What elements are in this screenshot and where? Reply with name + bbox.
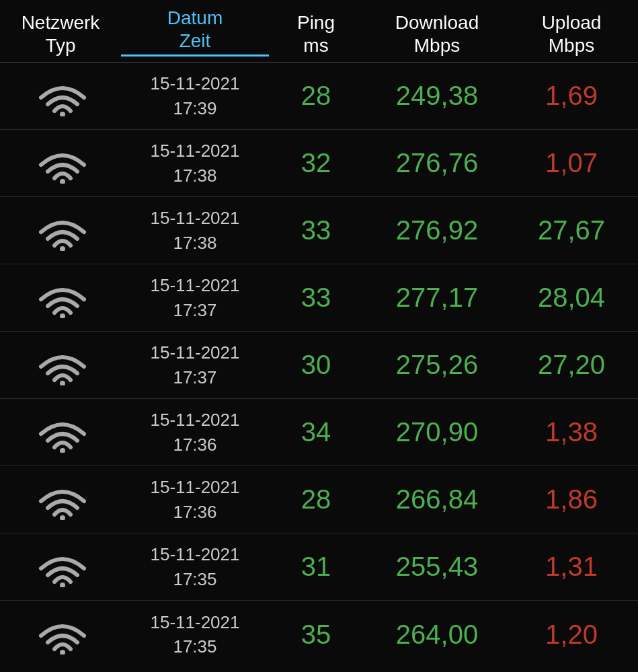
date-time: 15-11-202117:37 bbox=[121, 266, 269, 329]
date-time: 15-11-202117:35 bbox=[121, 603, 269, 666]
download-value: 255,43 bbox=[363, 545, 511, 589]
ping-value: 31 bbox=[269, 545, 363, 589]
upload-value: 27,67 bbox=[511, 209, 632, 252]
row-chevron[interactable]: › bbox=[632, 489, 638, 511]
ping-value: 34 bbox=[269, 410, 363, 454]
wifi-icon bbox=[0, 406, 121, 459]
date-time: 15-11-202117:35 bbox=[121, 535, 269, 598]
wifi-icon bbox=[0, 271, 121, 325]
download-value: 249,38 bbox=[363, 74, 511, 118]
row-chevron[interactable]: › bbox=[632, 220, 638, 241]
row-chevron[interactable]: › bbox=[632, 153, 638, 174]
upload-value: 1,38 bbox=[511, 410, 632, 454]
table-header: Netzwerk Typ Datum Zeit Ping ms Download… bbox=[0, 0, 638, 63]
download-value: 276,92 bbox=[363, 209, 511, 252]
ping-value: 28 bbox=[269, 478, 363, 521]
wifi-icon bbox=[0, 540, 121, 594]
header-upload: Upload Mbps bbox=[511, 11, 632, 57]
wifi-icon bbox=[0, 69, 121, 123]
date-time: 15-11-202117:38 bbox=[121, 132, 269, 194]
upload-value: 1,69 bbox=[511, 74, 632, 118]
table-row[interactable]: 15-11-202117:39 28 249,38 1,69 › bbox=[0, 63, 638, 130]
table-row[interactable]: 15-11-202117:38 32 276,76 1,07 › bbox=[0, 130, 638, 197]
header-download: Download Mbps bbox=[363, 11, 511, 57]
row-chevron[interactable]: › bbox=[632, 624, 638, 645]
date-time: 15-11-202117:37 bbox=[121, 334, 269, 396]
download-value: 275,26 bbox=[363, 343, 511, 387]
upload-value: 27,20 bbox=[511, 343, 632, 387]
download-value: 277,17 bbox=[363, 276, 511, 320]
svg-point-7 bbox=[60, 583, 65, 587]
row-chevron[interactable]: › bbox=[632, 287, 638, 309]
wifi-icon bbox=[0, 607, 121, 661]
wifi-icon bbox=[0, 338, 121, 392]
ping-value: 28 bbox=[269, 74, 363, 118]
download-value: 264,00 bbox=[363, 613, 511, 657]
table-row[interactable]: 15-11-202117:36 34 270,90 1,38 › bbox=[0, 399, 638, 466]
svg-point-4 bbox=[60, 381, 65, 385]
header-datum[interactable]: Datum Zeit bbox=[121, 7, 269, 57]
upload-value: 1,20 bbox=[511, 613, 632, 657]
svg-point-8 bbox=[60, 650, 65, 655]
ping-value: 33 bbox=[269, 276, 363, 320]
row-chevron[interactable]: › bbox=[632, 556, 638, 578]
wifi-icon bbox=[0, 204, 121, 258]
wifi-icon bbox=[0, 473, 121, 527]
table-row[interactable]: 15-11-202117:37 30 275,26 27,20 › bbox=[0, 332, 638, 399]
svg-point-3 bbox=[60, 313, 65, 318]
svg-point-1 bbox=[60, 179, 65, 184]
date-time: 15-11-202117:36 bbox=[121, 468, 269, 531]
svg-point-2 bbox=[60, 246, 65, 251]
table-row[interactable]: 15-11-202117:35 35 264,00 1,20 › bbox=[0, 601, 638, 668]
table-row[interactable]: 15-11-202117:35 31 255,43 1,31 › bbox=[0, 533, 638, 601]
header-ping: Ping ms bbox=[269, 11, 363, 57]
upload-value: 1,07 bbox=[511, 141, 632, 185]
svg-point-6 bbox=[60, 515, 65, 520]
date-time: 15-11-202117:38 bbox=[121, 199, 269, 262]
svg-point-5 bbox=[60, 448, 65, 453]
wifi-icon bbox=[0, 137, 121, 190]
row-chevron[interactable]: › bbox=[632, 85, 638, 107]
date-time: 15-11-202117:36 bbox=[121, 401, 269, 463]
svg-point-0 bbox=[60, 112, 65, 116]
ping-value: 33 bbox=[269, 209, 363, 252]
speed-test-table: Netzwerk Typ Datum Zeit Ping ms Download… bbox=[0, 0, 638, 668]
download-value: 276,76 bbox=[363, 141, 511, 185]
row-chevron[interactable]: › bbox=[632, 354, 638, 376]
table-row[interactable]: 15-11-202117:36 28 266,84 1,86 › bbox=[0, 466, 638, 533]
upload-value: 28,04 bbox=[511, 276, 632, 320]
table-row[interactable]: 15-11-202117:38 33 276,92 27,67 › bbox=[0, 197, 638, 264]
ping-value: 30 bbox=[269, 343, 363, 387]
download-value: 266,84 bbox=[363, 478, 511, 521]
ping-value: 35 bbox=[269, 613, 363, 657]
upload-value: 1,86 bbox=[511, 478, 632, 521]
table-row[interactable]: 15-11-202117:37 33 277,17 28,04 › bbox=[0, 264, 638, 332]
upload-value: 1,31 bbox=[511, 545, 632, 589]
header-netzwerk: Netzwerk Typ bbox=[0, 11, 121, 57]
download-value: 270,90 bbox=[363, 410, 511, 454]
date-time: 15-11-202117:39 bbox=[121, 65, 269, 127]
row-chevron[interactable]: › bbox=[632, 422, 638, 443]
ping-value: 32 bbox=[269, 141, 363, 185]
table-body: 15-11-202117:39 28 249,38 1,69 › 15-11-2… bbox=[0, 63, 638, 668]
